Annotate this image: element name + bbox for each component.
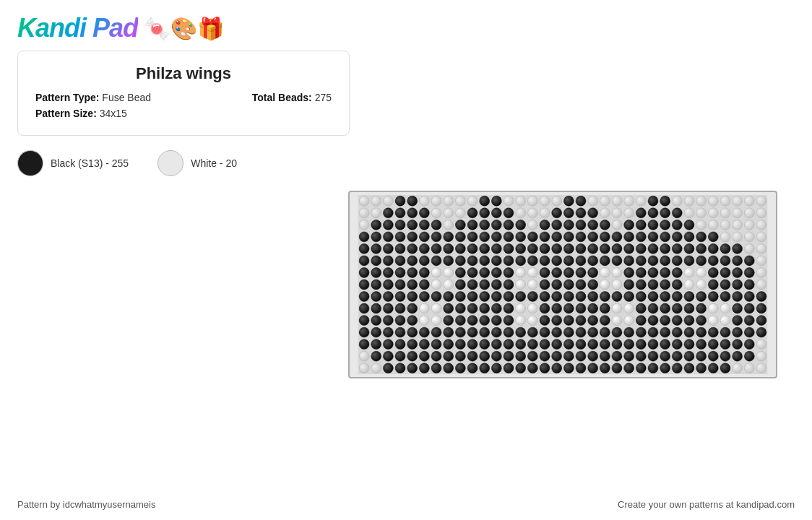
svg-point-272 [756,280,766,290]
svg-point-4 [395,196,405,206]
svg-point-95 [672,220,682,230]
svg-point-77 [455,220,465,230]
svg-point-395 [600,327,610,337]
svg-point-452 [467,351,478,361]
svg-point-472 [708,351,718,361]
svg-point-173 [383,256,393,266]
svg-point-346 [419,316,429,326]
svg-point-242 [395,280,405,290]
svg-point-221 [552,268,562,278]
svg-point-367 [672,316,682,326]
svg-point-318 [491,303,501,313]
svg-point-334 [684,303,694,313]
svg-point-271 [744,280,754,290]
pattern-area: // This won't run inside SVG, will use i… [0,191,812,378]
total-beads-label: Total Beads: [252,92,312,103]
bead-pattern-canvas: // This won't run inside SVG, will use i… [348,191,777,378]
svg-point-78 [467,220,478,230]
svg-point-439 [720,339,730,350]
svg-point-48 [516,208,526,218]
svg-point-458 [540,351,550,361]
svg-point-248 [467,280,478,290]
svg-point-22 [612,196,622,206]
svg-point-359 [576,316,586,326]
svg-point-249 [480,280,490,290]
svg-point-210 [419,268,429,278]
svg-point-32 [733,196,743,206]
svg-point-199 [696,256,707,266]
svg-point-70 [371,220,381,230]
svg-point-265 [672,280,682,290]
svg-point-220 [540,268,550,278]
svg-point-465 [624,351,634,361]
svg-point-349 [455,316,465,326]
svg-point-36 [371,208,381,218]
svg-point-375 [359,327,369,337]
svg-point-110 [444,232,454,242]
svg-point-420 [491,339,501,350]
svg-point-114 [491,232,501,242]
svg-point-186 [540,256,550,266]
svg-point-394 [588,327,598,337]
svg-point-324 [563,303,574,313]
svg-point-274 [371,292,381,302]
svg-point-88 [588,220,598,230]
svg-point-386 [491,327,501,337]
svg-point-326 [588,303,598,313]
svg-point-461 [576,351,586,361]
svg-point-459 [552,351,562,361]
svg-point-24 [636,196,646,206]
svg-point-225 [600,268,610,278]
svg-point-153 [552,243,562,254]
svg-point-12 [491,196,501,206]
svg-point-40 [419,208,429,218]
svg-point-284 [491,292,501,302]
svg-point-171 [359,256,369,266]
svg-point-3 [383,196,393,206]
svg-point-432 [636,339,646,350]
svg-point-482 [419,363,429,373]
svg-point-197 [672,256,682,266]
svg-point-426 [563,339,574,350]
svg-point-442 [756,339,766,350]
svg-point-298 [660,292,670,302]
svg-point-19 [576,196,586,206]
svg-point-446 [395,351,405,361]
svg-point-331 [648,303,658,313]
svg-point-388 [516,327,526,337]
swatch-white: White - 20 [157,150,237,176]
svg-point-468 [660,351,670,361]
svg-point-315 [455,303,465,313]
svg-point-312 [419,303,429,313]
svg-point-429 [600,339,610,350]
svg-point-478 [371,363,381,373]
svg-point-411 [383,339,393,350]
svg-point-217 [504,268,514,278]
svg-point-454 [491,351,501,361]
svg-point-291 [576,292,586,302]
svg-point-473 [720,351,730,361]
svg-point-189 [576,256,586,266]
svg-point-506 [708,363,718,373]
svg-point-270 [733,280,743,290]
svg-point-90 [612,220,622,230]
svg-point-233 [696,268,707,278]
svg-point-85 [552,220,562,230]
svg-point-56 [612,208,622,218]
svg-point-450 [444,351,454,361]
svg-point-125 [624,232,634,242]
svg-point-489 [504,363,514,373]
svg-point-177 [431,256,441,266]
svg-point-479 [383,363,393,373]
svg-point-42 [444,208,454,218]
svg-point-37 [383,208,393,218]
svg-point-286 [516,292,526,302]
svg-point-31 [720,196,730,206]
svg-point-238 [756,268,766,278]
svg-point-81 [504,220,514,230]
svg-point-124 [612,232,622,242]
svg-point-243 [407,280,418,290]
svg-point-330 [636,303,646,313]
svg-point-204 [756,256,766,266]
svg-point-376 [371,327,381,337]
